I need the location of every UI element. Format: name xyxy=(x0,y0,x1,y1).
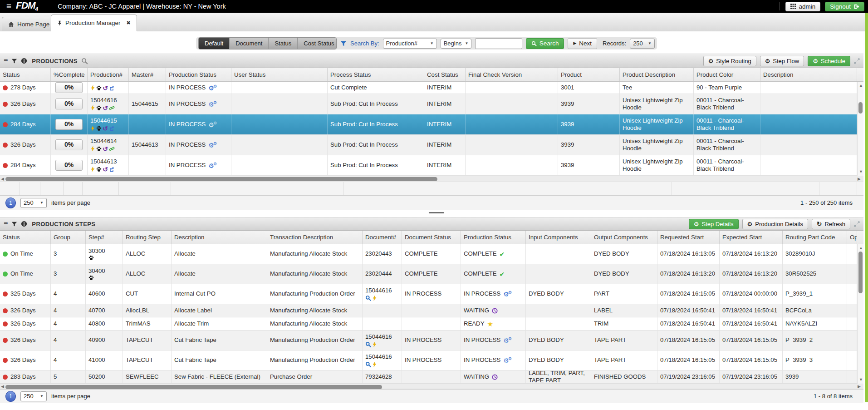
table-row[interactable]: 326 Days0%15044616↺15044615IN PROCESS⚙⚙S… xyxy=(0,94,857,114)
page-size-select[interactable]: 250▼ xyxy=(20,391,47,401)
step-flow-button[interactable]: ⚙Step Flow xyxy=(760,56,804,66)
steps-horizontal-scrollbar[interactable]: ◀ ▶ xyxy=(0,384,863,389)
filter-icon[interactable] xyxy=(11,221,17,227)
extlink-icon[interactable] xyxy=(109,85,114,91)
history-icon[interactable]: ↺ xyxy=(103,166,108,173)
step-details-button[interactable]: ⚙Step Details xyxy=(689,219,739,229)
column-header-output_components[interactable]: Output Components xyxy=(591,231,657,244)
productions-vertical-scrollbar[interactable]: ▲ ▼ xyxy=(857,82,863,176)
table-row[interactable]: 325 Days440600CUTInternal Cut POManufact… xyxy=(0,284,857,304)
paw-icon[interactable] xyxy=(96,126,102,131)
column-header-description[interactable]: Description xyxy=(760,68,857,81)
magnify-icon[interactable] xyxy=(365,361,371,367)
lightning-icon[interactable] xyxy=(90,125,95,131)
expand-icon[interactable] xyxy=(854,58,860,64)
signout-button[interactable]: Signout xyxy=(825,2,864,11)
chain-icon[interactable] xyxy=(109,105,115,111)
lightning-icon[interactable] xyxy=(372,295,377,301)
column-header-product[interactable]: Product xyxy=(558,68,620,81)
table-row[interactable]: 284 Days0%15044615↺IN PROCESS⚙⚙Sub Prod:… xyxy=(0,114,857,135)
info-icon[interactable] xyxy=(21,221,27,227)
records-select[interactable]: 250▼ xyxy=(630,39,655,49)
scroll-right-icon[interactable]: ▶ xyxy=(858,385,861,389)
search-operator-select[interactable]: Begins▼ xyxy=(441,39,471,49)
paw-icon[interactable] xyxy=(96,146,102,152)
gears-icon[interactable]: ⚙⚙ xyxy=(208,84,217,91)
column-header-user_status[interactable]: User Status xyxy=(231,68,328,81)
history-icon[interactable]: ↺ xyxy=(103,105,108,111)
column-header-document_status[interactable]: Document Status xyxy=(402,231,461,244)
paw-icon[interactable] xyxy=(96,85,102,91)
next-button[interactable]: ▶ Next xyxy=(568,38,597,49)
gears-icon[interactable]: ⚙⚙ xyxy=(208,121,217,128)
percent-complete-box[interactable]: 0% xyxy=(55,160,83,171)
table-row[interactable]: 284 Days0%15044613↺IN PROCESS⚙⚙Sub Prod:… xyxy=(0,155,857,176)
column-header-input_components[interactable]: Input Components xyxy=(526,231,591,244)
schedule-button[interactable]: ⚙Schedule xyxy=(808,56,850,66)
column-header-requested_start[interactable]: Requested Start xyxy=(657,231,720,244)
gears-icon[interactable]: ⚙⚙ xyxy=(208,162,217,169)
paw-icon[interactable] xyxy=(88,255,94,261)
filter-icon[interactable] xyxy=(11,58,17,64)
percent-complete-box[interactable]: 0% xyxy=(55,139,83,150)
column-header-routing_step[interactable]: Routing Step xyxy=(123,231,172,244)
column-header-production_status[interactable]: Production Status xyxy=(461,231,526,244)
column-header-op[interactable]: Op xyxy=(847,231,857,244)
scrollbar-thumb[interactable] xyxy=(858,102,863,114)
segment-cost-status[interactable]: Cost Status xyxy=(298,38,337,49)
table-row[interactable]: 326 Days441000TAPECUTCut Fabric TapeManu… xyxy=(0,351,857,370)
refresh-button[interactable]: ↻Refresh xyxy=(812,219,850,229)
scroll-left-icon[interactable]: ◀ xyxy=(1,177,4,181)
pin-icon[interactable] xyxy=(57,20,62,26)
column-header-cost_status[interactable]: Cost Status xyxy=(424,68,466,81)
search-field-select[interactable]: Production#▼ xyxy=(383,39,437,49)
scrollbar-thumb[interactable] xyxy=(5,177,437,181)
segment-status[interactable]: Status xyxy=(269,38,298,49)
lightning-icon[interactable] xyxy=(90,146,95,152)
history-icon[interactable]: ↺ xyxy=(103,85,108,91)
tab-home-page[interactable]: Home Page xyxy=(2,17,56,31)
table-row[interactable]: On Time330300ALLOCAllocateManufacturing … xyxy=(0,244,857,264)
style-routing-button[interactable]: ⚙Style Routing xyxy=(703,56,756,66)
chain-icon[interactable] xyxy=(109,146,115,152)
lightning-icon[interactable] xyxy=(90,166,95,172)
column-header-transaction_description[interactable]: Transaction Description xyxy=(267,231,363,244)
magnify-icon[interactable] xyxy=(365,295,371,301)
admin-button[interactable]: admin xyxy=(785,2,820,11)
extlink-icon[interactable] xyxy=(109,167,114,172)
column-header-master[interactable]: Master# xyxy=(129,68,166,81)
column-header-status[interactable]: Status xyxy=(0,68,51,81)
magnify-icon[interactable] xyxy=(365,341,371,347)
scroll-right-icon[interactable]: ▶ xyxy=(858,177,861,181)
segment-default[interactable]: Default xyxy=(199,38,230,49)
column-header-final_check_version[interactable]: Final Check Version xyxy=(466,68,558,81)
table-row[interactable]: 283 Days550200SEWFLEECSew Fabric - FLEEC… xyxy=(0,370,857,384)
column-header-pct[interactable]: %Complete xyxy=(51,68,88,81)
lightning-icon[interactable] xyxy=(372,341,377,347)
column-header-status[interactable]: Status xyxy=(0,231,51,244)
productions-horizontal-scrollbar[interactable]: ◀ ▶ xyxy=(0,176,863,182)
table-row[interactable]: 326 Days440700AllocLBLAllocate LabelManu… xyxy=(0,304,857,317)
table-row[interactable]: 326 Days440900TAPECUTCut Fabric TapeManu… xyxy=(0,331,857,351)
column-header-step_no[interactable]: Step# xyxy=(86,231,123,244)
gears-icon[interactable]: ⚙⚙ xyxy=(208,101,217,108)
column-header-process_status[interactable]: Process Status xyxy=(328,68,424,81)
scroll-left-icon[interactable]: ◀ xyxy=(1,385,4,389)
column-header-description[interactable]: Description xyxy=(172,231,267,244)
scroll-up-icon[interactable]: ▲ xyxy=(859,84,863,88)
percent-complete-box[interactable]: 0% xyxy=(55,99,83,109)
history-icon[interactable]: ↺ xyxy=(103,146,108,152)
percent-complete-box[interactable]: 0% xyxy=(55,82,83,93)
menu-icon[interactable]: ≡ xyxy=(4,220,8,227)
table-row[interactable]: 278 Days0%↺IN PROCESS⚙⚙Cut CompleteINTER… xyxy=(0,82,857,94)
gears-icon[interactable]: ⚙⚙ xyxy=(208,142,217,148)
paw-icon[interactable] xyxy=(96,167,102,172)
column-header-production_no[interactable]: Production# xyxy=(88,68,129,81)
column-header-expected_start[interactable]: Expected Start xyxy=(720,231,783,244)
info-icon[interactable] xyxy=(21,58,27,64)
scroll-up-icon[interactable]: ▲ xyxy=(859,246,863,250)
production-details-button[interactable]: ⚙Production Details xyxy=(742,219,808,229)
column-header-document_no[interactable]: Document# xyxy=(363,231,402,244)
lightning-icon[interactable] xyxy=(90,85,95,91)
gears-icon[interactable]: ⚙⚙ xyxy=(503,337,512,344)
